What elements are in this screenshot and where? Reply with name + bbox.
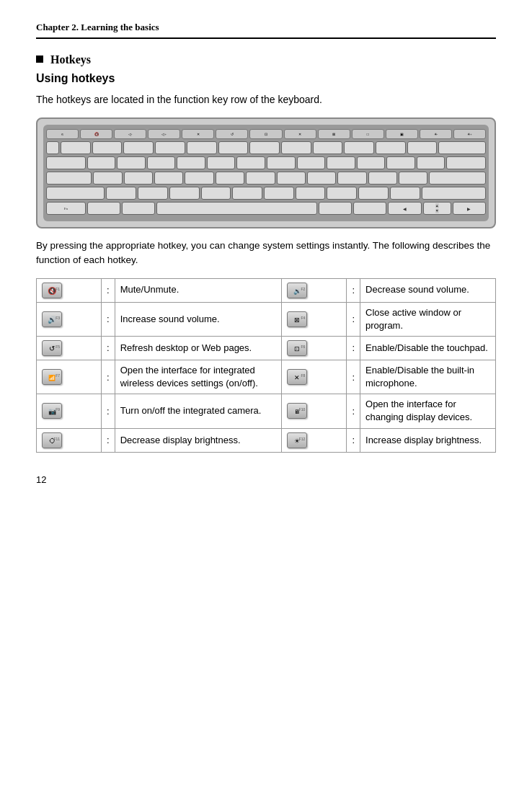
hotkey-desc-wireless: Open the interface for integrated wirele… <box>115 360 282 394</box>
key-5 <box>187 141 217 154</box>
incvol-key-icon: 🔊 F3 <box>42 311 62 327</box>
key-tab <box>46 156 86 169</box>
key-j <box>277 172 306 185</box>
hotkey-desc-touchpad: Enable/Disable the touchpad. <box>360 336 496 360</box>
fn-key-f4: ✕ <box>182 129 214 139</box>
key-row-4 <box>46 187 486 200</box>
hotkey-row-1: 🔇 F1 : Mute/Unmute. 🔉 F2 : Decrease soun… <box>37 278 496 302</box>
colon-6a: : <box>102 428 115 452</box>
key-rbracket <box>417 156 445 169</box>
hotkey-key-incbright: ☀ F12 <box>282 428 347 452</box>
hotkey-row-3: ↺ F5 : Refresh desktop or Web pages. ⊡ F… <box>37 336 496 360</box>
key-b <box>232 187 262 200</box>
key-k <box>307 172 336 185</box>
hotkey-row-6: 🌣 F11 : Decrease display brightness. ☀ F… <box>37 428 496 452</box>
key-left: ◀ <box>388 202 421 215</box>
bottom-paragraph: By pressing the appropriate hotkey, you … <box>36 239 496 268</box>
hotkey-key-refresh: ↺ F5 <box>37 336 102 360</box>
hotkey-key-incvol: 🔊 F3 <box>37 302 102 336</box>
hotkey-key-display: 🖥 F10 <box>282 394 347 428</box>
hotkey-desc-decvol: Decrease sound volume. <box>360 278 496 302</box>
mic-key-icon: ✕ F8 <box>287 369 307 385</box>
key-p <box>357 156 386 169</box>
colon-3a: : <box>102 336 115 360</box>
hotkey-desc-refresh: Refresh desktop or Web pages. <box>115 336 282 360</box>
chapter-header: Chapter 2. Learning the basics <box>36 22 496 39</box>
key-i <box>297 156 326 169</box>
key-8 <box>281 141 311 154</box>
hotkey-key-close: ⊠ F4 <box>282 302 347 336</box>
key-semicolon <box>368 172 397 185</box>
key-y <box>236 156 265 169</box>
key-2 <box>92 141 123 154</box>
hotkey-desc-camera: Turn on/off the integrated camera. <box>115 394 282 428</box>
hotkey-key-camera: 📷 F9 <box>37 394 102 428</box>
mute-key-icon: 🔇 F1 <box>42 283 62 298</box>
touchpad-key-icon: ⊡ F6 <box>287 340 307 356</box>
key-e <box>147 156 176 169</box>
fn-key-f11: ☀- <box>420 129 452 139</box>
fn-key-f9: □ <box>352 129 384 139</box>
key-4 <box>155 141 185 154</box>
key-alt-r <box>319 202 352 215</box>
key-period <box>358 187 389 200</box>
display-key-icon: 🖥 F10 <box>287 403 307 419</box>
key-lshift <box>46 187 105 200</box>
hotkey-key-touchpad: ⊡ F6 <box>282 336 347 360</box>
fn-key-f8: ⊠ <box>318 129 350 139</box>
key-d <box>154 172 183 185</box>
key-ctrl-l <box>87 202 120 215</box>
key-t <box>207 156 236 169</box>
key-minus <box>376 141 406 154</box>
colon-4a: : <box>102 360 115 394</box>
hotkey-row-5: 📷 F9 : Turn on/off the integrated camera… <box>37 394 496 428</box>
decvol-key-icon: 🔉 F2 <box>287 283 307 298</box>
colon-2a: : <box>102 302 115 336</box>
key-row-5: Fn ◀ ▲ ▼ ▶ <box>46 202 486 215</box>
page: Chapter 2. Learning the basics Hotkeys U… <box>0 0 532 514</box>
key-q <box>87 156 116 169</box>
decbright-key-icon: 🌣 F11 <box>42 432 62 448</box>
fn-key-f10: ▣ <box>386 129 418 139</box>
incbright-key-icon: ☀ F12 <box>287 432 307 448</box>
fn-key-esc: ⎋ <box>46 129 79 139</box>
key-a <box>93 172 122 185</box>
key-equals <box>407 141 438 154</box>
key-slash <box>390 187 420 200</box>
key-w <box>117 156 146 169</box>
key-updown: ▲ ▼ <box>423 202 451 215</box>
colon-1b: : <box>347 278 360 302</box>
key-z <box>106 187 136 200</box>
camera-key-icon: 📷 F9 <box>42 403 62 419</box>
key-f <box>185 172 213 185</box>
colon-6b: : <box>347 428 360 452</box>
hotkey-key-mic: ✕ F8 <box>282 360 347 394</box>
key-row-3 <box>46 172 486 185</box>
key-r <box>177 156 205 169</box>
hotkey-desc-incvol: Increase sound volume. <box>115 302 282 336</box>
key-enter <box>429 172 486 185</box>
key-lbracket <box>386 156 415 169</box>
key-9 <box>313 141 343 154</box>
wireless-key-icon: 📶 F7 <box>42 369 62 385</box>
hotkey-key-wireless: 📶 F7 <box>37 360 102 394</box>
key-u <box>267 156 296 169</box>
key-backspace <box>438 141 486 154</box>
hotkey-table: 🔇 F1 : Mute/Unmute. 🔉 F2 : Decrease soun… <box>36 278 496 453</box>
key-m <box>296 187 326 200</box>
key-n <box>264 187 294 200</box>
key-v <box>201 187 231 200</box>
key-fn: Fn <box>46 202 86 215</box>
key-l <box>337 172 366 185</box>
fn-key-f7: ✕ <box>284 129 316 139</box>
fn-key-f3: ◁+ <box>148 129 180 139</box>
key-space <box>156 202 317 215</box>
colon-3b: : <box>347 336 360 360</box>
hotkey-desc-close: Close active window or program. <box>360 302 496 336</box>
key-x <box>138 187 168 200</box>
colon-1a: : <box>102 278 115 302</box>
hotkey-desc-mic: Enable/Disable the built-in microphone. <box>360 360 496 394</box>
colon-5a: : <box>102 394 115 428</box>
fn-key-f5: ↺ <box>216 129 248 139</box>
hotkey-key-decvol: 🔉 F2 <box>282 278 347 302</box>
